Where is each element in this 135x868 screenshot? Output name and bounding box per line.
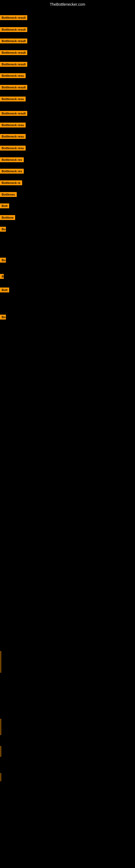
vertical-line <box>1 773 1 781</box>
vertical-line <box>1 719 1 735</box>
bottleneck-badge[interactable]: Bottleneck result <box>0 38 27 43</box>
bottleneck-badge[interactable]: Bottleneck resu <box>0 97 26 101</box>
bottleneck-badge[interactable]: B <box>0 274 4 279</box>
vertical-line <box>1 746 1 757</box>
bottleneck-badge[interactable]: Bottleneck result <box>0 111 27 116</box>
bottleneck-badge[interactable]: Bottleneck resu <box>0 123 26 127</box>
site-title: TheBottlenecker.com <box>0 0 135 9</box>
bottleneck-badge[interactable]: Bottleneck resu <box>0 134 26 139</box>
bottleneck-badge[interactable]: Bottleneck res <box>0 157 24 162</box>
bottleneck-badge[interactable]: Bo <box>0 315 6 319</box>
bottleneck-badge[interactable]: Bo <box>0 258 6 262</box>
bottleneck-badge[interactable]: Bo <box>0 227 6 231</box>
bottleneck-badge[interactable]: Bottleneck re <box>0 180 22 185</box>
bottleneck-badge[interactable]: Bott <box>0 287 9 292</box>
vertical-line <box>1 651 1 673</box>
bottleneck-badge[interactable]: Bottleneck result <box>0 15 27 20</box>
bottleneck-badge[interactable]: Bottleneck result <box>0 62 27 67</box>
bottleneck-badge[interactable]: Bottleneck resu <box>0 146 26 151</box>
bottleneck-badge[interactable]: Bottleneck res <box>0 169 24 174</box>
bottleneck-badge[interactable]: Bottleneck result <box>0 50 27 55</box>
bottleneck-badge[interactable]: Bottleneck result <box>0 85 27 90</box>
bottleneck-badge[interactable]: Bottleneck resu <box>0 73 26 78</box>
bottleneck-badge[interactable]: Bottlene <box>0 215 15 220</box>
bottleneck-badge[interactable]: Bottleneck result <box>0 27 27 32</box>
bottleneck-badge[interactable]: Bott <box>0 204 9 208</box>
bottleneck-badge[interactable]: Bottlenec <box>0 192 17 197</box>
